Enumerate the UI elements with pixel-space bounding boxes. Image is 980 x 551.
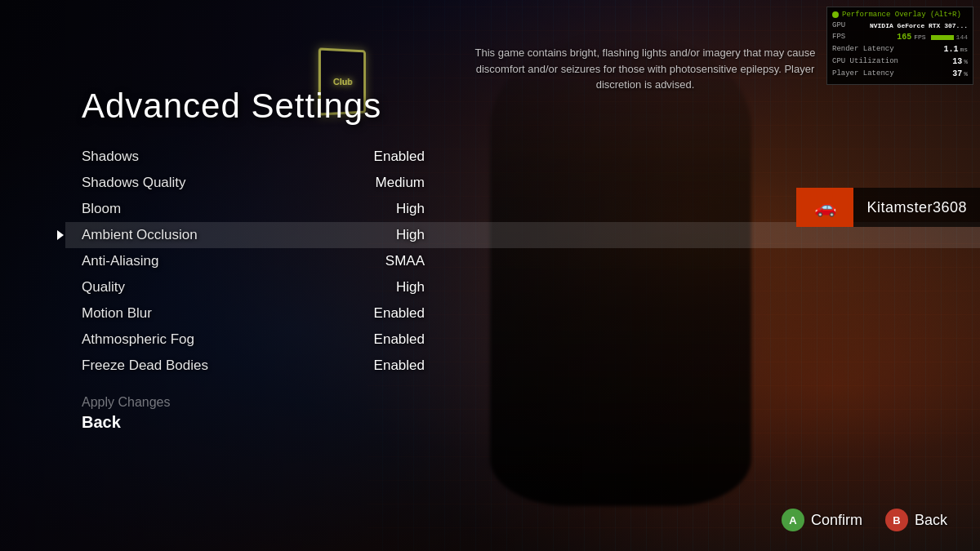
setting-name: Athmospheric Fog (82, 331, 343, 348)
render-latency-unit: ms (960, 45, 968, 54)
apply-changes-button[interactable]: Apply Changes (82, 395, 980, 410)
car-emoji: 🚗 (814, 197, 836, 218)
setting-name: Freeze Dead Bodies (82, 358, 343, 374)
settings-list: ShadowsEnabledShadows QualityMediumBloom… (82, 144, 980, 379)
fps-target: 144 (956, 33, 968, 42)
setting-value: High (343, 201, 425, 217)
setting-row-anti-aliasing[interactable]: Anti-AliasingSMAA (82, 248, 980, 274)
cpu-label: CPU Utilization (832, 56, 898, 67)
player-car-icon: 🚗 (796, 188, 853, 227)
fps-unit: FPS (914, 33, 925, 42)
back-action[interactable]: B Back (885, 509, 947, 531)
cpu-value: 13 (952, 56, 962, 68)
setting-value: Medium (343, 175, 425, 191)
setting-row-athmospheric-fog[interactable]: Athmospheric FogEnabled (82, 327, 980, 353)
setting-name: Quality (82, 279, 343, 295)
setting-value: Enabled (343, 331, 425, 348)
player-profile: 🚗 Kitamster3608 (796, 188, 980, 227)
cpu-unit: % (964, 57, 968, 66)
setting-name: Anti-Aliasing (82, 253, 343, 269)
back-button[interactable]: Back (82, 413, 980, 432)
fps-bar (931, 35, 954, 40)
setting-name: Ambient Occlusion (82, 227, 343, 243)
fps-value: 165 (897, 32, 911, 43)
a-button-icon[interactable]: A (782, 509, 804, 531)
setting-row-shadows[interactable]: ShadowsEnabled (82, 144, 980, 170)
setting-value: SMAA (343, 253, 425, 269)
page-title: Advanced Settings (82, 87, 980, 126)
setting-name: Bloom (82, 201, 343, 217)
player-latency-value: 37 (952, 69, 962, 80)
setting-value: Enabled (343, 149, 425, 165)
setting-value: High (343, 227, 425, 243)
b-button-icon[interactable]: B (885, 509, 908, 531)
player-latency-label: Player Latency (832, 69, 894, 79)
confirm-label: Confirm (811, 512, 862, 529)
setting-name: Shadows Quality (82, 175, 343, 191)
player-name: Kitamster3608 (853, 199, 980, 216)
gpu-label: GPU (832, 20, 845, 31)
setting-value: Enabled (343, 358, 425, 374)
render-latency-label: Render Latency (832, 44, 894, 55)
setting-value: Enabled (343, 305, 425, 322)
player-latency-unit: % (964, 69, 968, 78)
fps-label: FPS (832, 32, 845, 42)
nvidia-icon (832, 11, 839, 18)
gpu-value: NVIDIA GeForce RTX 307... (870, 21, 968, 30)
confirm-action[interactable]: A Confirm (782, 509, 862, 531)
setting-value: High (343, 279, 425, 295)
setting-row-motion-blur[interactable]: Motion BlurEnabled (82, 300, 980, 327)
perf-title-label: Performance Overlay (Alt+R) (842, 11, 961, 19)
render-latency-value: 1.1 (943, 44, 958, 56)
setting-name: Motion Blur (82, 305, 343, 322)
setting-name: Shadows (82, 149, 343, 165)
bottom-bar: A Confirm B Back (782, 509, 947, 531)
setting-row-quality[interactable]: QualityHigh (82, 274, 980, 300)
perf-overlay: Performance Overlay (Alt+R) GPU NVIDIA G… (826, 7, 973, 85)
setting-row-freeze-dead-bodies[interactable]: Freeze Dead BodiesEnabled (82, 353, 980, 379)
back-action-label: Back (915, 512, 947, 529)
